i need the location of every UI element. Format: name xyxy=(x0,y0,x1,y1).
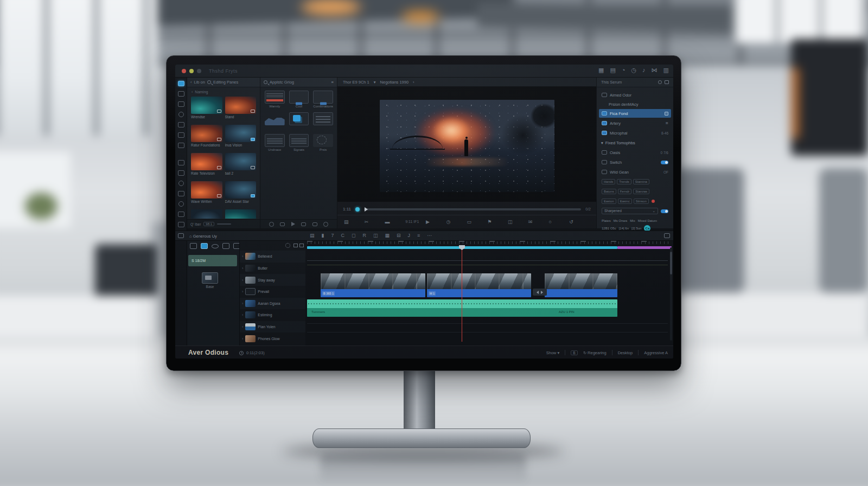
inspector-row-grain[interactable]: Wild Gean OF xyxy=(599,168,671,176)
media-thumbnail[interactable] xyxy=(191,209,222,219)
slider-icon[interactable]: ⊟ xyxy=(397,233,401,238)
project-section-row[interactable]: ‹ Naming xyxy=(187,88,260,95)
close-window-button[interactable] xyxy=(182,69,186,73)
button-easton[interactable]: Easton xyxy=(602,199,616,204)
maximize-window-button[interactable] xyxy=(197,69,201,73)
photos-icon[interactable] xyxy=(178,91,184,97)
timeline-video-clip[interactable] xyxy=(545,273,617,297)
export-icon[interactable]: ✉ xyxy=(528,219,549,225)
badge-b[interactable]: B xyxy=(571,350,577,355)
tab-stamina[interactable]: Stamina xyxy=(633,179,649,184)
tool-c-icon[interactable]: C xyxy=(341,233,344,238)
effect-card[interactable] xyxy=(289,112,309,131)
project-search-label[interactable]: Editing Panes xyxy=(213,80,238,85)
pin-icon[interactable] xyxy=(658,80,662,84)
timecode-chip[interactable]: 9:11 IF1 xyxy=(405,220,426,223)
gear-icon[interactable] xyxy=(285,243,290,248)
chevron-right-icon[interactable]: › xyxy=(413,80,414,85)
seek-bar[interactable] xyxy=(364,208,581,210)
play-icon[interactable]: ▶ xyxy=(426,219,446,225)
list-tool-icon[interactable] xyxy=(190,243,197,249)
lock-icon[interactable] xyxy=(178,143,184,148)
ellipse-tool-icon[interactable] xyxy=(212,244,219,248)
effect-card[interactable]: Undnace xyxy=(265,134,285,152)
timeline-track-item[interactable]: ›Believed xyxy=(240,251,305,263)
status-item-regearing[interactable]: ↺ Regearing xyxy=(583,350,607,355)
timeline-video-clip[interactable]: B 365 1 xyxy=(321,273,425,297)
sharpened-dropdown[interactable]: Sharpened⌄ xyxy=(602,208,658,214)
button-stinson[interactable]: Stinson xyxy=(634,199,649,204)
effect-card[interactable]: Cool xyxy=(289,91,309,109)
inspector-row-oasis[interactable]: Oasis 0 7/6 xyxy=(599,148,671,157)
home-icon[interactable] xyxy=(178,101,184,107)
timeline-ruler[interactable] xyxy=(307,241,670,245)
effect-card[interactable] xyxy=(313,112,333,131)
playhead-handle[interactable] xyxy=(459,245,465,250)
undo-icon[interactable]: ↺ xyxy=(569,219,590,225)
media-library-icon[interactable] xyxy=(178,81,184,86)
transition-control[interactable] xyxy=(533,289,547,296)
list-view-icon[interactable] xyxy=(293,244,298,247)
grid-label[interactable]: 12B1 O5c xyxy=(602,227,616,230)
tool-r-icon[interactable]: R xyxy=(362,233,366,238)
media-thumbnail[interactable]: Wrendse xyxy=(191,97,222,122)
layers-tool-icon[interactable] xyxy=(222,243,229,249)
inspector-section-header[interactable]: ▾ Fixed Tomophbs xyxy=(599,139,671,146)
grid-label[interactable]: Plates xyxy=(602,219,611,222)
effect-card[interactable] xyxy=(265,112,285,131)
toggle-on-icon[interactable] xyxy=(661,161,668,164)
list-icon[interactable]: ≡ xyxy=(417,233,420,238)
minimize-window-button[interactable] xyxy=(189,69,194,73)
flag-icon[interactable]: ⚑ xyxy=(487,219,508,225)
inspector-row-artery[interactable]: Artery ≣ xyxy=(599,119,671,127)
layout-icon[interactable]: ▤ xyxy=(610,67,615,74)
playhead-line[interactable] xyxy=(462,248,462,342)
razor-icon[interactable]: ✂ xyxy=(365,219,385,225)
trim-icon[interactable]: ▬ xyxy=(385,219,406,225)
screen-icon[interactable]: ▭ xyxy=(467,219,488,225)
inspector-row-selected[interactable]: Fica Fond xyxy=(599,109,671,118)
timeline-tracks-area[interactable]: B 365 1 M 1 Tummers AZU 1 PIN xyxy=(305,241,673,346)
play-next-icon[interactable] xyxy=(291,222,295,226)
window-swap-icon[interactable] xyxy=(178,160,184,165)
tool-j-icon[interactable]: J xyxy=(408,233,411,238)
keyboard-icon[interactable]: ▤ xyxy=(310,233,315,238)
phone-icon[interactable] xyxy=(178,212,184,217)
keyboard-icon[interactable] xyxy=(178,122,184,127)
media-thumbnail[interactable] xyxy=(225,209,257,219)
cursor-tool-icon[interactable] xyxy=(178,170,184,176)
button-stanzas[interactable]: Stanzas xyxy=(633,189,649,194)
inspector-row-switch[interactable]: Switch xyxy=(599,158,671,167)
back-chevron-icon[interactable]: ‹ xyxy=(190,80,192,85)
status-item-aggressive[interactable]: Aggressive A xyxy=(644,350,668,355)
work-area-bar-magenta[interactable] xyxy=(617,246,672,249)
timeline-audio-clip[interactable]: Tummers AZU 1 PIN xyxy=(307,299,617,317)
checkbox-icon[interactable] xyxy=(665,112,668,116)
media-thumbnail[interactable]: Inus Vision xyxy=(225,125,257,150)
button-ferndr[interactable]: Ferndr xyxy=(618,189,632,194)
thumbnail-size-slider[interactable] xyxy=(217,223,231,225)
gallery-icon[interactable] xyxy=(178,132,184,138)
panel-toggle-icon[interactable]: ▥ xyxy=(663,67,669,74)
grid-view-icon[interactable] xyxy=(299,244,304,247)
panel-options-icon[interactable] xyxy=(664,233,670,238)
show-dropdown[interactable]: Show ▾ xyxy=(546,350,560,355)
media-thumbnail[interactable]: bail 2 xyxy=(225,153,257,178)
grid-icon[interactable]: ▦ xyxy=(385,233,390,238)
pause-icon[interactable] xyxy=(301,222,306,226)
selected-clip-chip[interactable]: S 18/2M xyxy=(188,255,237,266)
inspector-row-device[interactable]: Aimed Odor xyxy=(599,91,671,99)
tab-trends[interactable]: Trends xyxy=(617,179,631,184)
search-icon[interactable] xyxy=(207,80,211,84)
crop-icon[interactable] xyxy=(323,222,328,227)
seek-position-marker[interactable] xyxy=(365,207,368,212)
clock-icon[interactable] xyxy=(178,181,184,186)
effect-card[interactable]: Combinations xyxy=(313,91,333,109)
vertical-scrollbar[interactable] xyxy=(670,247,672,341)
meter-icon[interactable] xyxy=(312,222,317,226)
timeline-video-clip[interactable]: M 1 xyxy=(427,273,531,297)
chevron-down-icon[interactable]: ▾ xyxy=(374,80,376,85)
timeline-track-item[interactable]: ›Stay away xyxy=(240,274,305,286)
effect-card[interactable]: Prsis xyxy=(313,134,333,152)
progress-icon[interactable]: ◔ xyxy=(622,67,626,74)
